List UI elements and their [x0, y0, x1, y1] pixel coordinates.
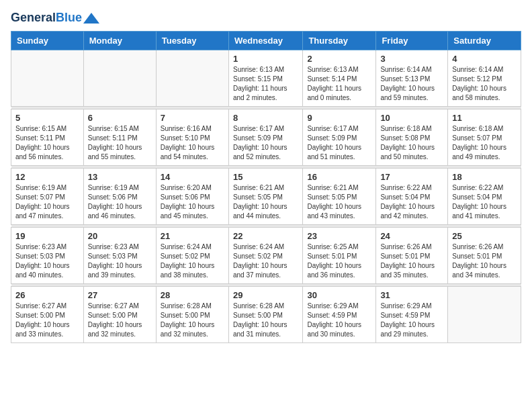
- cell-day-number: 26: [15, 290, 79, 300]
- cell-info: Sunrise: 6:13 AMSunset: 5:14 PMDaylight:…: [307, 65, 371, 103]
- cell-day-number: 1: [233, 54, 298, 64]
- cell-day-number: 15: [233, 172, 298, 182]
- calendar-cell: 8Sunrise: 6:17 AMSunset: 5:09 PMDaylight…: [228, 109, 302, 165]
- calendar-cell: 12Sunrise: 6:19 AMSunset: 5:07 PMDayligh…: [11, 168, 84, 224]
- cell-info: Sunrise: 6:26 AMSunset: 5:01 PMDaylight:…: [452, 242, 517, 280]
- cell-info: Sunrise: 6:27 AMSunset: 5:00 PMDaylight:…: [15, 302, 79, 339]
- calendar-week-row-4: 19Sunrise: 6:23 AMSunset: 5:03 PMDayligh…: [11, 227, 521, 283]
- cell-info: Sunrise: 6:23 AMSunset: 5:03 PMDaylight:…: [88, 242, 152, 280]
- calendar-cell: 10Sunrise: 6:18 AMSunset: 5:08 PMDayligh…: [376, 109, 448, 165]
- cell-info: Sunrise: 6:29 AMSunset: 4:59 PMDaylight:…: [307, 302, 371, 339]
- calendar-cell: 9Sunrise: 6:17 AMSunset: 5:09 PMDaylight…: [303, 109, 376, 165]
- calendar-cell: 13Sunrise: 6:19 AMSunset: 5:06 PMDayligh…: [83, 168, 156, 224]
- calendar-table: SundayMondayTuesdayWednesdayThursdayFrid…: [11, 31, 521, 343]
- cell-day-number: 6: [88, 113, 152, 123]
- cell-day-number: 14: [161, 172, 224, 182]
- weekday-header-tuesday: Tuesday: [156, 31, 228, 50]
- cell-day-number: 18: [452, 172, 517, 182]
- cell-day-number: 19: [15, 231, 79, 241]
- cell-day-number: 11: [452, 113, 517, 123]
- cell-day-number: 25: [452, 231, 517, 241]
- cell-day-number: 24: [380, 231, 443, 241]
- cell-day-number: 8: [233, 113, 298, 123]
- cell-day-number: 17: [380, 172, 443, 182]
- calendar-cell: 18Sunrise: 6:22 AMSunset: 5:04 PMDayligh…: [448, 168, 521, 224]
- weekday-header-thursday: Thursday: [303, 31, 376, 50]
- calendar-cell: 4Sunrise: 6:14 AMSunset: 5:12 PMDaylight…: [448, 50, 521, 106]
- calendar-week-row-5: 26Sunrise: 6:27 AMSunset: 5:00 PMDayligh…: [11, 286, 521, 342]
- cell-day-number: 22: [233, 231, 298, 241]
- cell-day-number: 23: [307, 231, 371, 241]
- weekday-header-friday: Friday: [376, 31, 448, 50]
- calendar-cell: 3Sunrise: 6:14 AMSunset: 5:13 PMDaylight…: [376, 50, 448, 106]
- calendar-cell: [83, 50, 156, 106]
- calendar-cell: [156, 50, 228, 106]
- cell-day-number: 30: [307, 290, 371, 300]
- weekday-header-saturday: Saturday: [448, 31, 521, 50]
- weekday-header-wednesday: Wednesday: [228, 31, 302, 50]
- cell-info: Sunrise: 6:14 AMSunset: 5:13 PMDaylight:…: [380, 65, 443, 103]
- calendar-cell: [448, 286, 521, 342]
- cell-day-number: 20: [88, 231, 152, 241]
- cell-day-number: 28: [161, 290, 224, 300]
- calendar-cell: 7Sunrise: 6:16 AMSunset: 5:10 PMDaylight…: [156, 109, 228, 165]
- calendar-cell: 29Sunrise: 6:28 AMSunset: 5:00 PMDayligh…: [228, 286, 302, 342]
- calendar-week-row-2: 5Sunrise: 6:15 AMSunset: 5:11 PMDaylight…: [11, 109, 521, 165]
- cell-info: Sunrise: 6:21 AMSunset: 5:05 PMDaylight:…: [233, 183, 298, 221]
- cell-day-number: 10: [380, 113, 443, 123]
- cell-info: Sunrise: 6:21 AMSunset: 5:05 PMDaylight:…: [307, 183, 371, 221]
- cell-day-number: 9: [307, 113, 371, 123]
- cell-day-number: 3: [380, 54, 443, 64]
- cell-day-number: 31: [380, 290, 443, 300]
- cell-info: Sunrise: 6:16 AMSunset: 5:10 PMDaylight:…: [161, 124, 224, 162]
- calendar-cell: 23Sunrise: 6:25 AMSunset: 5:01 PMDayligh…: [303, 227, 376, 283]
- calendar-cell: 24Sunrise: 6:26 AMSunset: 5:01 PMDayligh…: [376, 227, 448, 283]
- cell-day-number: 2: [307, 54, 371, 64]
- cell-info: Sunrise: 6:14 AMSunset: 5:12 PMDaylight:…: [452, 65, 517, 103]
- calendar-cell: [11, 50, 84, 106]
- cell-info: Sunrise: 6:24 AMSunset: 5:02 PMDaylight:…: [233, 242, 298, 280]
- cell-info: Sunrise: 6:18 AMSunset: 5:07 PMDaylight:…: [452, 124, 517, 162]
- calendar-cell: 28Sunrise: 6:28 AMSunset: 5:00 PMDayligh…: [156, 286, 228, 342]
- logo-icon: [83, 13, 99, 24]
- cell-info: Sunrise: 6:29 AMSunset: 4:59 PMDaylight:…: [380, 302, 443, 339]
- calendar-cell: 19Sunrise: 6:23 AMSunset: 5:03 PMDayligh…: [11, 227, 84, 283]
- cell-day-number: 29: [233, 290, 298, 300]
- cell-day-number: 4: [452, 54, 517, 64]
- cell-info: Sunrise: 6:26 AMSunset: 5:01 PMDaylight:…: [380, 242, 443, 280]
- calendar-cell: 1Sunrise: 6:13 AMSunset: 5:15 PMDaylight…: [228, 50, 302, 106]
- cell-info: Sunrise: 6:22 AMSunset: 5:04 PMDaylight:…: [452, 183, 517, 221]
- cell-info: Sunrise: 6:19 AMSunset: 5:06 PMDaylight:…: [88, 183, 152, 221]
- cell-info: Sunrise: 6:19 AMSunset: 5:07 PMDaylight:…: [15, 183, 79, 221]
- logo-text: GeneralBlue: [11, 11, 82, 26]
- calendar-cell: 16Sunrise: 6:21 AMSunset: 5:05 PMDayligh…: [303, 168, 376, 224]
- cell-info: Sunrise: 6:18 AMSunset: 5:08 PMDaylight:…: [380, 124, 443, 162]
- calendar-cell: 30Sunrise: 6:29 AMSunset: 4:59 PMDayligh…: [303, 286, 376, 342]
- cell-info: Sunrise: 6:17 AMSunset: 5:09 PMDaylight:…: [233, 124, 298, 162]
- weekday-header-sunday: Sunday: [11, 31, 84, 50]
- calendar-cell: 17Sunrise: 6:22 AMSunset: 5:04 PMDayligh…: [376, 168, 448, 224]
- calendar-cell: 27Sunrise: 6:27 AMSunset: 5:00 PMDayligh…: [83, 286, 156, 342]
- calendar-cell: 22Sunrise: 6:24 AMSunset: 5:02 PMDayligh…: [228, 227, 302, 283]
- calendar-cell: 21Sunrise: 6:24 AMSunset: 5:02 PMDayligh…: [156, 227, 228, 283]
- cell-day-number: 13: [88, 172, 152, 182]
- calendar-cell: 26Sunrise: 6:27 AMSunset: 5:00 PMDayligh…: [11, 286, 84, 342]
- weekday-header-monday: Monday: [83, 31, 156, 50]
- calendar-cell: 14Sunrise: 6:20 AMSunset: 5:06 PMDayligh…: [156, 168, 228, 224]
- calendar-cell: 5Sunrise: 6:15 AMSunset: 5:11 PMDaylight…: [11, 109, 84, 165]
- cell-info: Sunrise: 6:13 AMSunset: 5:15 PMDaylight:…: [233, 65, 298, 103]
- calendar-cell: 2Sunrise: 6:13 AMSunset: 5:14 PMDaylight…: [303, 50, 376, 106]
- cell-day-number: 12: [15, 172, 79, 182]
- calendar-week-row-1: 1Sunrise: 6:13 AMSunset: 5:15 PMDaylight…: [11, 50, 521, 106]
- cell-info: Sunrise: 6:25 AMSunset: 5:01 PMDaylight:…: [307, 242, 371, 280]
- cell-day-number: 16: [307, 172, 371, 182]
- cell-info: Sunrise: 6:24 AMSunset: 5:02 PMDaylight:…: [161, 242, 224, 280]
- calendar-cell: 6Sunrise: 6:15 AMSunset: 5:11 PMDaylight…: [83, 109, 156, 165]
- calendar-cell: 15Sunrise: 6:21 AMSunset: 5:05 PMDayligh…: [228, 168, 302, 224]
- svg-marker-0: [83, 13, 99, 24]
- logo: GeneralBlue: [11, 11, 99, 26]
- weekday-header-row: SundayMondayTuesdayWednesdayThursdayFrid…: [11, 31, 521, 50]
- cell-info: Sunrise: 6:28 AMSunset: 5:00 PMDaylight:…: [161, 302, 224, 339]
- cell-day-number: 27: [88, 290, 152, 300]
- cell-day-number: 21: [161, 231, 224, 241]
